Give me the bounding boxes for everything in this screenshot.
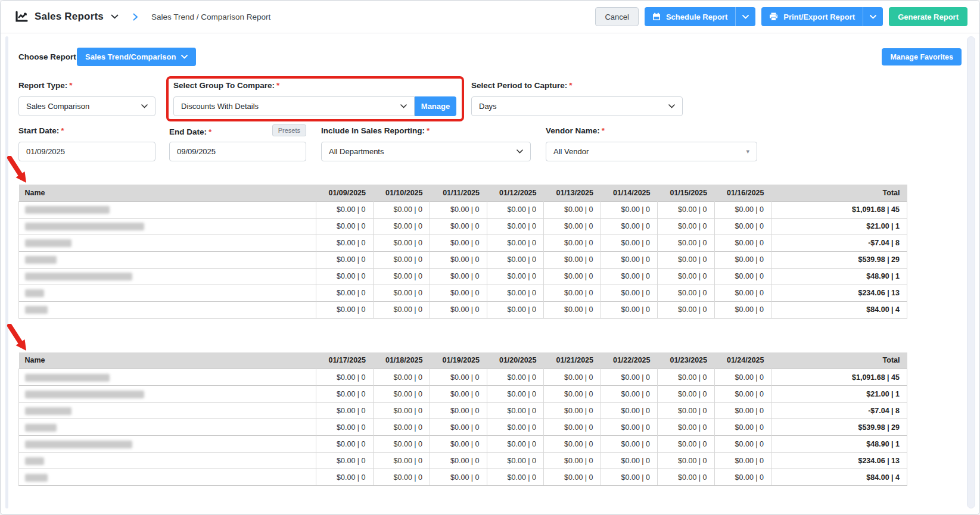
value-cell: $0.00 | 0: [316, 469, 374, 486]
report-table-1-wrap: Name01/09/202501/10/202501/11/202501/12/…: [18, 185, 907, 319]
value-cell: $0.00 | 0: [430, 436, 487, 452]
include-in-sales-select[interactable]: All Departments: [321, 142, 531, 161]
value-cell: $0.00 | 0: [714, 201, 771, 218]
vertical-scrollbar[interactable]: [967, 36, 975, 508]
breadcrumb-current: Sales Trend / Comparison Report: [151, 13, 270, 21]
value-cell: $0.00 | 0: [601, 201, 658, 218]
top-bar: Sales Reports Sales Trend / Comparison R…: [1, 1, 979, 33]
value-cell: $0.00 | 0: [373, 452, 430, 469]
value-cell: $0.00 | 0: [601, 218, 658, 235]
period-select[interactable]: Days: [471, 96, 683, 116]
value-cell: $0.00 | 0: [373, 369, 430, 386]
required-marker: *: [69, 81, 72, 90]
value-cell: $0.00 | 0: [430, 386, 487, 402]
report-content: Choose Report Sales Trend/Comparison Man…: [1, 33, 979, 486]
include-in-sales-value: All Departments: [329, 147, 384, 156]
chevron-down-icon: [141, 104, 148, 108]
value-cell: $0.00 | 0: [316, 251, 374, 268]
value-cell: $0.00 | 0: [487, 369, 544, 386]
filter-row-2: Start Date:* 01/09/2025 End Date:* Prese…: [18, 126, 962, 161]
group-to-compare-select[interactable]: Discounts With Details: [173, 96, 415, 116]
value-cell: $0.00 | 0: [658, 402, 715, 419]
start-date-value: 01/09/2025: [26, 147, 65, 156]
end-date-input[interactable]: 09/09/2025: [169, 142, 306, 161]
value-cell: $0.00 | 0: [544, 268, 601, 285]
row-name-cell: [19, 285, 316, 301]
manage-favorites-button[interactable]: Manage Favorites: [882, 48, 962, 65]
topbar-actions: Cancel Schedule Report Print/Ex: [595, 7, 967, 26]
total-cell: $48.90 | 1: [771, 268, 907, 285]
chevron-down-icon[interactable]: [111, 14, 119, 19]
printer-icon: [769, 13, 778, 21]
total-cell: $234.06 | 13: [771, 452, 907, 469]
presets-button[interactable]: Presets: [272, 124, 306, 136]
print-export-caret[interactable]: [863, 7, 883, 26]
schedule-report-caret[interactable]: [735, 7, 755, 26]
value-cell: $0.00 | 0: [316, 402, 374, 419]
row-name-cell: [19, 402, 316, 419]
table-row: $0.00 | 0$0.00 | 0$0.00 | 0$0.00 | 0$0.0…: [19, 369, 907, 386]
table-row: $0.00 | 0$0.00 | 0$0.00 | 0$0.00 | 0$0.0…: [19, 285, 907, 301]
report-table-2-wrap: Name01/17/202501/18/202501/19/202501/20/…: [18, 352, 907, 486]
value-cell: $0.00 | 0: [601, 386, 658, 402]
column-header-date: 01/13/2025: [544, 185, 601, 201]
value-cell: $0.00 | 0: [544, 369, 601, 386]
redacted-name: [25, 474, 48, 482]
value-cell: $0.00 | 0: [316, 201, 374, 218]
report-type-label: Report Type:*: [18, 81, 155, 91]
total-cell: $84.00 | 4: [771, 469, 907, 486]
generate-report-button[interactable]: Generate Report: [889, 7, 967, 26]
row-name-cell: [19, 301, 316, 318]
column-header-total: Total: [771, 185, 907, 201]
column-header-date: 01/17/2025: [316, 352, 374, 369]
required-marker: *: [602, 126, 605, 135]
value-cell: $0.00 | 0: [487, 402, 544, 419]
total-cell: $539.98 | 29: [771, 419, 907, 436]
total-cell: $539.98 | 29: [771, 251, 907, 268]
chevron-down-icon: ▾: [746, 148, 749, 155]
value-cell: $0.00 | 0: [601, 268, 658, 285]
value-cell: $0.00 | 0: [714, 436, 771, 452]
column-header-name: Name: [19, 185, 316, 201]
page-title: Sales Reports: [35, 11, 104, 23]
redacted-name: [25, 374, 110, 382]
panel-edge-strip: [5, 36, 8, 508]
manage-group-button[interactable]: Manage: [415, 96, 456, 116]
total-cell: $1,091.68 | 45: [771, 201, 907, 218]
redacted-name: [25, 223, 144, 230]
total-cell: $1,091.68 | 45: [771, 369, 907, 386]
value-cell: $0.00 | 0: [373, 201, 430, 218]
value-cell: $0.00 | 0: [316, 301, 374, 318]
column-header-date: 01/16/2025: [714, 185, 771, 201]
total-cell: $234.06 | 13: [771, 285, 907, 301]
value-cell: $0.00 | 0: [430, 285, 487, 301]
value-cell: $0.00 | 0: [714, 285, 771, 301]
table-header-row: Name01/17/202501/18/202501/19/202501/20/…: [19, 352, 907, 369]
vendor-select[interactable]: All Vendor ▾: [546, 142, 757, 161]
cancel-button[interactable]: Cancel: [595, 7, 638, 26]
redacted-name: [25, 256, 57, 264]
value-cell: $0.00 | 0: [601, 369, 658, 386]
filter-row-1: Report Type:* Sales Comparison Select Gr…: [18, 81, 962, 116]
value-cell: $0.00 | 0: [544, 235, 601, 251]
end-date-label: End Date:*: [169, 127, 211, 136]
report-picker-button[interactable]: Sales Trend/Comparison: [77, 48, 196, 66]
schedule-report-button[interactable]: Schedule Report: [645, 7, 755, 26]
value-cell: $0.00 | 0: [601, 436, 658, 452]
table-row: $0.00 | 0$0.00 | 0$0.00 | 0$0.00 | 0$0.0…: [19, 268, 907, 285]
value-cell: $0.00 | 0: [544, 452, 601, 469]
report-type-select[interactable]: Sales Comparison: [18, 96, 155, 116]
value-cell: $0.00 | 0: [373, 235, 430, 251]
report-table: Name01/09/202501/10/202501/11/202501/12/…: [18, 185, 907, 319]
table-row: $0.00 | 0$0.00 | 0$0.00 | 0$0.00 | 0$0.0…: [19, 436, 907, 452]
column-header-date: 01/15/2025: [658, 185, 715, 201]
table-row: $0.00 | 0$0.00 | 0$0.00 | 0$0.00 | 0$0.0…: [19, 419, 907, 436]
value-cell: $0.00 | 0: [430, 419, 487, 436]
value-cell: $0.00 | 0: [714, 268, 771, 285]
print-export-button[interactable]: Print/Export Report: [761, 7, 883, 26]
total-cell: -$7.04 | 8: [771, 402, 907, 419]
start-date-input[interactable]: 01/09/2025: [18, 142, 155, 161]
value-cell: $0.00 | 0: [487, 386, 544, 402]
vendor-label: Vendor Name:*: [546, 126, 757, 136]
value-cell: $0.00 | 0: [316, 218, 374, 235]
